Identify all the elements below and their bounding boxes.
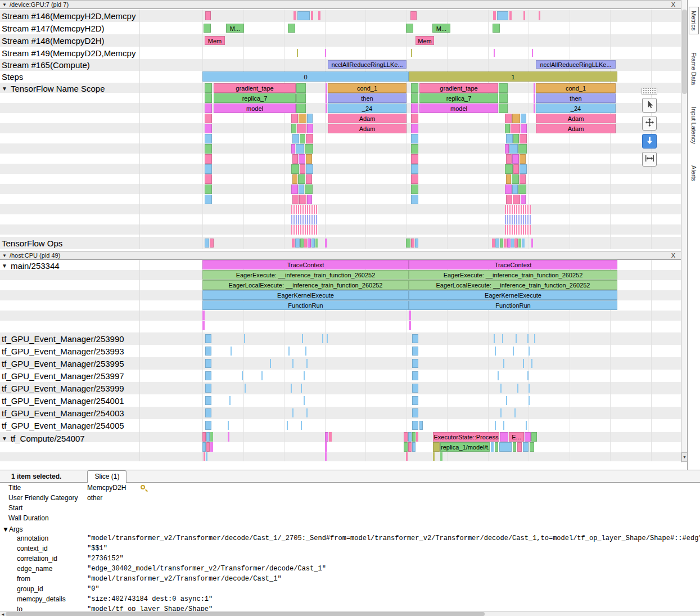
trace-slice[interactable] xyxy=(296,83,306,93)
trace-slice[interactable] xyxy=(300,134,305,143)
trace-slice[interactable] xyxy=(527,334,529,343)
slice-functionrun[interactable]: FunctionRun xyxy=(409,300,617,310)
trace-slice[interactable] xyxy=(325,239,327,248)
track-label-tf-gpu-event-manager-253993[interactable]: tf_GPU_Event_Manager/253993 xyxy=(0,345,139,357)
trace-slice[interactable] xyxy=(522,239,525,248)
trace-slice[interactable] xyxy=(494,334,495,343)
trace-slice[interactable] xyxy=(512,185,518,194)
trace-slice[interactable] xyxy=(408,432,412,442)
trace-slice[interactable] xyxy=(505,215,531,224)
trace-slice[interactable] xyxy=(204,24,211,33)
trace-slice[interactable] xyxy=(411,104,418,113)
trace-slice[interactable] xyxy=(411,164,418,174)
trace-slice[interactable] xyxy=(329,432,332,442)
trace-slice[interactable] xyxy=(315,239,318,248)
trace-slice[interactable] xyxy=(503,421,504,430)
slice-ncclallreduceringllke[interactable]: ncclAllReduceRingLLKe... xyxy=(328,60,407,69)
trace-slice[interactable] xyxy=(512,154,519,164)
trace-slice[interactable] xyxy=(291,384,292,393)
cpu-close-button[interactable]: X xyxy=(668,252,679,259)
trace-slice[interactable] xyxy=(205,408,211,417)
trace-slice[interactable] xyxy=(511,124,520,133)
trace-slice[interactable] xyxy=(411,195,418,204)
trace-slice[interactable] xyxy=(499,93,508,103)
trace-slice[interactable] xyxy=(412,442,416,452)
trace-slice[interactable] xyxy=(495,239,499,248)
trace-slice[interactable] xyxy=(411,114,418,123)
trace-slice[interactable] xyxy=(513,442,516,452)
trace-slice[interactable] xyxy=(411,49,412,57)
track-label-stream-149-memcpyd2d-memcpy[interactable]: Stream #149(MemcpyD2D,Memcpy xyxy=(0,47,139,59)
trace-slice[interactable] xyxy=(500,408,502,417)
trace-slice[interactable] xyxy=(412,384,418,393)
trace-slice[interactable] xyxy=(409,311,411,320)
trace-slice[interactable] xyxy=(505,185,512,194)
trace-slice[interactable] xyxy=(205,93,212,103)
trace-slice[interactable] xyxy=(411,93,418,103)
slice-adam[interactable]: Adam xyxy=(536,114,616,123)
slice-24[interactable]: _24 xyxy=(536,104,616,113)
trace-slice[interactable] xyxy=(293,11,296,20)
trace-slice[interactable] xyxy=(411,144,418,154)
slice-e[interactable]: E... xyxy=(509,432,524,442)
trace-slice[interactable] xyxy=(505,225,531,235)
trace-slice[interactable] xyxy=(231,347,232,356)
trace-slice[interactable] xyxy=(311,239,315,248)
trace-slice[interactable] xyxy=(410,11,417,20)
trace-slice[interactable] xyxy=(513,347,514,356)
trace-slice[interactable] xyxy=(506,396,507,405)
trace-slice[interactable] xyxy=(530,442,534,452)
trace-slice[interactable] xyxy=(406,239,410,248)
trace-slice[interactable] xyxy=(322,334,323,343)
trace-slice[interactable] xyxy=(205,174,212,184)
trace-slice[interactable] xyxy=(245,384,246,393)
trace-slice[interactable] xyxy=(512,174,519,184)
trace-slice[interactable] xyxy=(205,154,212,164)
trace-slice[interactable] xyxy=(514,408,516,417)
slice-0[interactable]: 0 xyxy=(202,71,409,82)
collapse-arrow-icon[interactable]: ▼ xyxy=(2,2,7,7)
trace-slice[interactable] xyxy=(295,239,300,248)
trace-slice[interactable] xyxy=(270,359,271,368)
trace-slice[interactable] xyxy=(419,421,423,430)
trace-slice[interactable] xyxy=(202,321,205,330)
slice-cond-1[interactable]: cond_1 xyxy=(536,83,616,93)
trace-slice[interactable] xyxy=(205,396,211,405)
trace-slice[interactable] xyxy=(292,195,299,204)
trace-slice[interactable] xyxy=(406,452,408,461)
collapse-arrow-icon[interactable]: ▼ xyxy=(2,253,7,258)
trace-slice[interactable] xyxy=(306,164,313,174)
track-label-steps[interactable]: Steps xyxy=(0,71,139,83)
track-label-tf-compute-254007[interactable]: ▼tf_Compute/254007 xyxy=(0,432,139,444)
trace-slice[interactable] xyxy=(520,174,526,184)
trace-slice[interactable] xyxy=(517,384,518,393)
trace-slice[interactable] xyxy=(299,195,306,204)
trace-slice[interactable] xyxy=(205,164,212,174)
trace-slice[interactable] xyxy=(210,239,214,248)
trace-slice[interactable] xyxy=(513,134,519,143)
trace-slice[interactable] xyxy=(325,432,328,442)
trace-slice[interactable] xyxy=(526,421,527,430)
trace-slice[interactable] xyxy=(292,408,293,417)
horizontal-scrollbar[interactable]: ◀ xyxy=(0,611,700,616)
track-label-tf-gpu-event-manager-254005[interactable]: tf_GPU_Event_Manager/254005 xyxy=(0,419,139,431)
trace-slice[interactable] xyxy=(505,144,509,154)
pan-tool-button[interactable] xyxy=(642,116,657,131)
trace-slice[interactable] xyxy=(509,11,512,20)
trace-slice[interactable] xyxy=(326,104,327,113)
trace-slice[interactable] xyxy=(529,347,530,356)
trace-slice[interactable] xyxy=(326,83,327,93)
trace-slice[interactable] xyxy=(529,396,530,405)
slice-m[interactable]: M... xyxy=(226,24,244,33)
trace-slice[interactable] xyxy=(302,334,303,343)
trace-slice[interactable] xyxy=(291,215,318,224)
trace-slice[interactable] xyxy=(534,104,535,113)
trace-slice[interactable] xyxy=(288,24,295,33)
trace-slice[interactable] xyxy=(493,24,500,33)
slice-mem[interactable]: Mem xyxy=(205,36,225,45)
trace-slice[interactable] xyxy=(307,124,313,133)
trace-slice[interactable] xyxy=(518,144,527,154)
trace-slice[interactable] xyxy=(505,114,512,123)
slice-eagerlocalexecute-inference-trai[interactable]: EagerLocalExecute: __inference_train_fun… xyxy=(409,280,617,290)
trace-slice[interactable] xyxy=(411,134,418,143)
